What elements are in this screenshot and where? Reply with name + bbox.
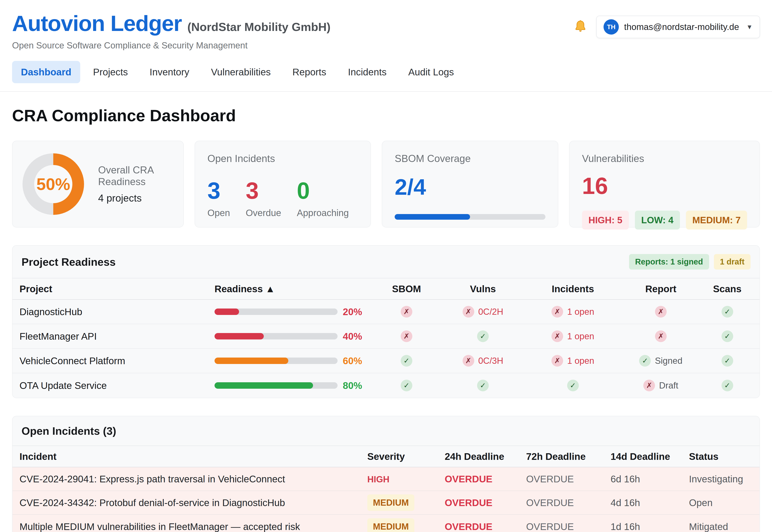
stat-value: 3 xyxy=(246,177,281,204)
report-note: Signed xyxy=(655,356,682,366)
incidents-note: 1 open xyxy=(567,331,594,341)
col-scans[interactable]: Scans xyxy=(702,283,752,294)
section-title: Open Incidents (3) xyxy=(22,425,116,437)
deadline-24h: OVERDUE xyxy=(445,474,526,485)
tab-reports[interactable]: Reports xyxy=(284,61,335,83)
cross-icon: ✗ xyxy=(643,380,655,391)
deadline-24h: OVERDUE xyxy=(445,497,526,508)
card-cra-readiness: 50% Overall CRA Readiness 4 projects xyxy=(12,141,184,228)
check-icon: ✓ xyxy=(477,380,489,391)
check-icon: ✓ xyxy=(722,355,733,367)
col-incident[interactable]: Incident xyxy=(20,451,367,462)
incident-title: CVE-2024-34342: Protobuf denial-of-servi… xyxy=(20,497,367,508)
readiness-cell: 40% xyxy=(215,331,373,342)
project-name: DiagnosticHub xyxy=(20,306,215,317)
table-row-vehicleconnect[interactable]: VehicleConnect Platform 60% ✓ ✗ 0C/3H ✗ … xyxy=(12,349,760,373)
stat-value: 3 xyxy=(207,177,230,204)
col-incidents[interactable]: Incidents xyxy=(526,283,620,294)
check-icon: ✓ xyxy=(401,355,412,367)
badge-medium: MEDIUM: 7 xyxy=(686,211,747,230)
readiness-bar-fill xyxy=(215,309,239,315)
col-status[interactable]: Status xyxy=(689,451,752,462)
cross-icon: ✗ xyxy=(401,306,412,318)
severity-badge: HIGH xyxy=(367,474,389,484)
stat-label: Overdue xyxy=(246,207,281,218)
badge-high: HIGH: 5 xyxy=(582,211,629,230)
page-title: CRA Compliance Dashboard xyxy=(0,106,772,125)
col-sbom[interactable]: SBOM xyxy=(373,283,440,294)
app-header: Autovion Ledger (NordStar Mobility GmbH)… xyxy=(0,0,772,50)
check-icon: ✓ xyxy=(722,306,733,318)
table-row-ota-update[interactable]: OTA Update Service 80% ✓ ✓ ✓ ✗ Draft ✓ xyxy=(12,373,760,398)
open-incidents-section: Open Incidents (3) Incident Severity 24h… xyxy=(12,416,760,532)
table-header: Incident Severity 24h Deadline 72h Deadl… xyxy=(12,446,760,467)
tab-incidents[interactable]: Incidents xyxy=(339,61,395,83)
check-icon: ✓ xyxy=(722,380,733,391)
status-value: Open xyxy=(689,497,752,508)
cross-icon: ✗ xyxy=(551,355,563,367)
project-name: FleetManager API xyxy=(20,331,215,342)
vulnerabilities-total: 16 xyxy=(582,172,747,199)
tab-projects[interactable]: Projects xyxy=(84,61,137,83)
deadline-72h: OVERDUE xyxy=(526,474,611,485)
cross-icon: ✗ xyxy=(655,306,667,318)
incident-title: Multiple MEDIUM vulnerabilities in Fleet… xyxy=(20,521,367,532)
vulns-note: 0C/3H xyxy=(478,356,503,366)
col-24h-deadline[interactable]: 24h Deadline xyxy=(445,451,526,462)
user-email: thomas@nordstar-mobility.de xyxy=(624,22,739,32)
tab-vulnerabilities[interactable]: Vulnerabilities xyxy=(202,61,280,83)
sbom-coverage-value: 2/4 xyxy=(395,174,545,200)
table-header: Project Readiness ▲ SBOM Vulns Incidents… xyxy=(12,278,760,300)
stat-cards: 50% Overall CRA Readiness 4 projects Ope… xyxy=(0,141,772,228)
report-note: Draft xyxy=(659,380,678,391)
col-14d-deadline[interactable]: 14d Deadline xyxy=(611,451,689,462)
tab-dashboard[interactable]: Dashboard xyxy=(12,61,80,83)
app-subtitle: Open Source Software Compliance & Securi… xyxy=(12,40,331,50)
table-row-diagnostichub[interactable]: DiagnosticHub 20% ✗ ✗ 0C/2H ✗ 1 open ✗ ✓ xyxy=(12,300,760,324)
project-readiness-section: Project Readiness Reports: 1 signed 1 dr… xyxy=(12,245,760,398)
reports-draft-badge: 1 draft xyxy=(714,254,750,270)
incident-row-fleetmanager-accepted-risk[interactable]: Multiple MEDIUM vulnerabilities in Fleet… xyxy=(12,515,760,532)
col-readiness-sorted[interactable]: Readiness ▲ xyxy=(215,283,373,294)
cross-icon: ✗ xyxy=(655,330,667,342)
check-icon: ✓ xyxy=(722,330,733,342)
deadline-24h: OVERDUE xyxy=(445,521,526,532)
stat-approaching: 0 Approaching xyxy=(297,177,349,218)
incidents-note: 1 open xyxy=(567,356,594,366)
readiness-bar-fill xyxy=(215,382,313,389)
card-title: Open Incidents xyxy=(207,153,358,164)
readiness-percent: 40% xyxy=(343,331,362,342)
incidents-note: 1 open xyxy=(567,307,594,317)
col-severity[interactable]: Severity xyxy=(367,451,445,462)
tab-audit-logs[interactable]: Audit Logs xyxy=(399,61,463,83)
user-menu[interactable]: TH thomas@nordstar-mobility.de ▼ xyxy=(596,16,760,38)
notification-bell-icon[interactable] xyxy=(573,19,587,34)
cross-icon: ✗ xyxy=(463,306,474,318)
readiness-bar-fill xyxy=(215,358,288,364)
sbom-progress-bar xyxy=(395,214,545,220)
deadline-72h: OVERDUE xyxy=(526,497,611,508)
col-vulns[interactable]: Vulns xyxy=(440,283,526,294)
stat-label: Approaching xyxy=(297,207,349,218)
incident-row-cve-2024-34342[interactable]: CVE-2024-34342: Protobuf denial-of-servi… xyxy=(12,491,760,515)
incident-row-cve-2024-29041[interactable]: CVE-2024-29041: Express.js path traversa… xyxy=(12,467,760,491)
readiness-label: Overall CRA Readiness xyxy=(98,164,173,188)
tab-inventory[interactable]: Inventory xyxy=(141,61,198,83)
deadline-72h: OVERDUE xyxy=(526,521,611,532)
stat-open: 3 Open xyxy=(207,177,230,218)
check-icon: ✓ xyxy=(639,355,651,367)
cross-icon: ✗ xyxy=(551,330,563,342)
vulns-note: 0C/2H xyxy=(478,307,503,317)
readiness-sublabel: 4 projects xyxy=(98,192,173,204)
project-name: VehicleConnect Platform xyxy=(20,355,215,366)
readiness-cell: 80% xyxy=(215,380,373,391)
check-icon: ✓ xyxy=(401,380,412,391)
table-row-fleetmanager[interactable]: FleetManager API 40% ✗ ✓ ✗ 1 open ✗ ✓ xyxy=(12,324,760,349)
stat-label: Open xyxy=(207,207,230,218)
col-72h-deadline[interactable]: 72h Deadline xyxy=(526,451,611,462)
col-project[interactable]: Project xyxy=(20,283,215,294)
col-report[interactable]: Report xyxy=(620,283,702,294)
card-title: SBOM Coverage xyxy=(395,153,545,164)
stat-value: 0 xyxy=(297,177,349,204)
deadline-14d: 1d 16h xyxy=(611,521,689,532)
